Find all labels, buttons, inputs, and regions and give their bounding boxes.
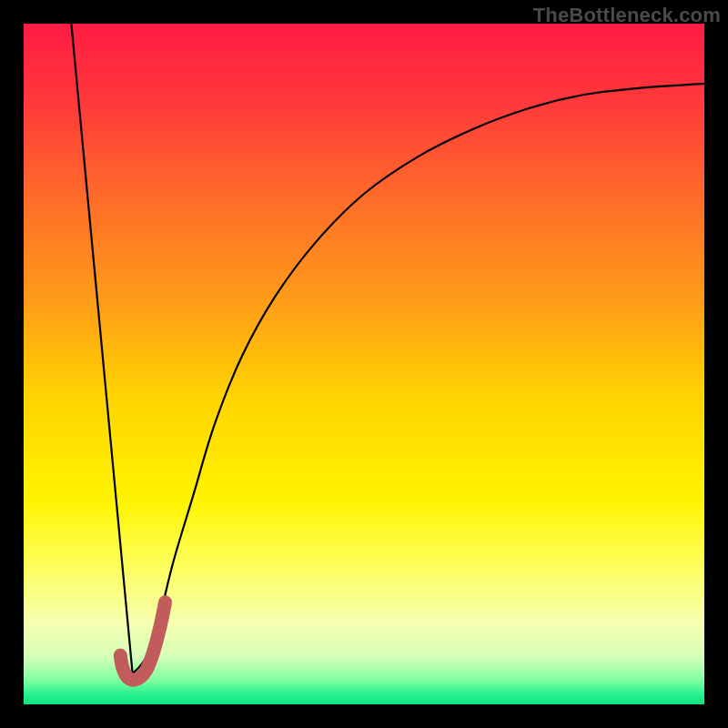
chart-svg: [24, 24, 704, 704]
chart-frame: TheBottleneck.com: [0, 0, 728, 728]
plot-area: [24, 24, 704, 704]
